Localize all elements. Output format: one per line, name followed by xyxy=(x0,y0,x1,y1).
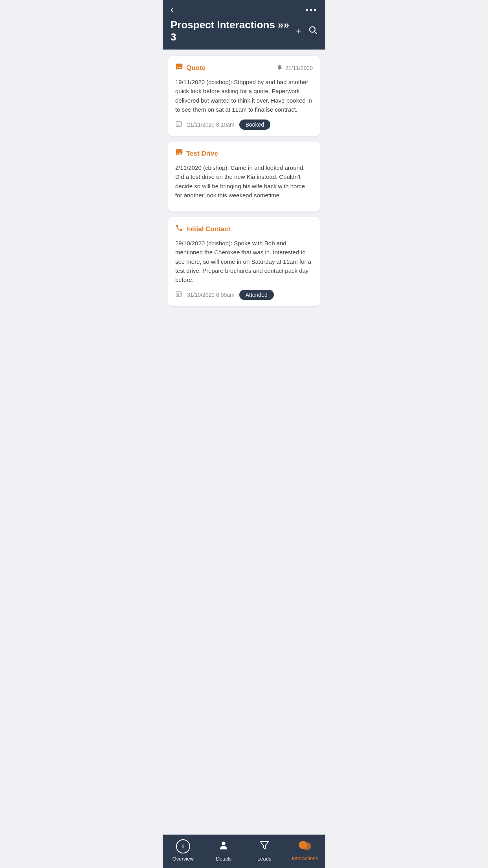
initial-contact-datetime: 31/10/2020 8:00am xyxy=(187,292,235,298)
svg-point-4 xyxy=(180,67,181,68)
page-title: Prospect Interactions »» 3 xyxy=(171,19,295,43)
svg-rect-12 xyxy=(177,125,178,126)
card-test-drive: Test Drive 2/11/2020 (cbishop): Came in … xyxy=(168,142,320,211)
content: Quote 21/11/2020 19/11/2020 (cbishop): S… xyxy=(163,50,325,346)
svg-point-15 xyxy=(179,153,180,154)
initial-contact-status-badge: Attended xyxy=(239,290,274,300)
add-button[interactable]: + xyxy=(295,26,301,37)
header-top: ‹ ••• xyxy=(171,5,317,15)
svg-rect-9 xyxy=(177,124,178,125)
svg-rect-24 xyxy=(177,295,178,296)
card-quote-reminder: 21/11/2020 xyxy=(277,64,313,72)
back-button[interactable]: ‹ xyxy=(171,5,173,15)
svg-point-3 xyxy=(179,67,180,68)
svg-rect-21 xyxy=(177,294,178,295)
card-quote-header: Quote 21/11/2020 xyxy=(175,63,313,73)
title-text: Prospect Interactions xyxy=(171,19,275,31)
card-quote-type: Quote xyxy=(175,63,205,73)
svg-rect-23 xyxy=(180,294,180,295)
svg-rect-22 xyxy=(178,294,179,295)
quote-reminder-date: 21/11/2020 xyxy=(285,65,313,71)
search-button[interactable] xyxy=(308,25,317,37)
svg-rect-10 xyxy=(178,124,179,125)
card-initial-contact-type: Initial Contact xyxy=(175,224,230,234)
svg-line-1 xyxy=(315,32,317,34)
test-drive-type-label: Test Drive xyxy=(186,150,218,158)
card-quote: Quote 21/11/2020 19/11/2020 (cbishop): S… xyxy=(168,56,320,136)
card-initial-contact-header: Initial Contact xyxy=(175,224,313,234)
title-separator: »» xyxy=(278,19,289,31)
card-test-drive-type: Test Drive xyxy=(175,149,218,158)
svg-rect-13 xyxy=(178,125,179,126)
svg-point-14 xyxy=(177,153,178,154)
card-initial-contact-body: 29/10/2020 (cbishop): Spoke with Bob and… xyxy=(175,239,313,284)
phone-icon xyxy=(175,224,183,234)
more-button[interactable]: ••• xyxy=(306,6,317,15)
svg-point-2 xyxy=(177,67,178,68)
quote-status-badge: Booked xyxy=(239,120,270,130)
title-count: 3 xyxy=(171,31,176,43)
svg-rect-11 xyxy=(180,124,180,125)
calendar-icon xyxy=(175,120,182,129)
header-title-row: Prospect Interactions »» 3 + xyxy=(171,19,317,43)
card-test-drive-body: 2/11/2020 (cbishop): Came in and looked … xyxy=(175,163,313,200)
header: ‹ ••• Prospect Interactions »» 3 + xyxy=(163,0,325,50)
bell-icon xyxy=(277,64,283,72)
card-quote-body: 19/11/2020 (cbishop): Stopped by and had… xyxy=(175,77,313,114)
card-initial-contact-footer: 31/10/2020 8:00am Attended xyxy=(175,290,313,300)
initial-contact-type-label: Initial Contact xyxy=(186,225,230,233)
card-quote-footer: 21/11/2020 8:10am Booked xyxy=(175,120,313,130)
svg-point-16 xyxy=(180,153,181,154)
quote-type-label: Quote xyxy=(186,64,205,72)
svg-rect-25 xyxy=(178,295,179,296)
chat-icon xyxy=(175,63,183,73)
header-actions: + xyxy=(295,25,317,37)
card-test-drive-header: Test Drive xyxy=(175,149,313,158)
card-initial-contact: Initial Contact 29/10/2020 (cbishop): Sp… xyxy=(168,217,320,306)
calendar-icon-2 xyxy=(175,291,182,300)
chat-icon-2 xyxy=(175,149,183,158)
quote-datetime: 21/11/2020 8:10am xyxy=(187,121,235,128)
